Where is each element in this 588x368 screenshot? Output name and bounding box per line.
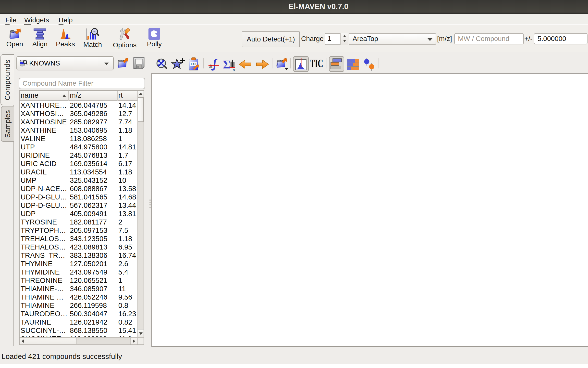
svg-text:TIC: TIC (310, 59, 323, 70)
svg-text:Σ: Σ (223, 59, 231, 71)
svg-text:n: n (233, 68, 235, 71)
svg-text:m/z: m/z (93, 30, 97, 33)
